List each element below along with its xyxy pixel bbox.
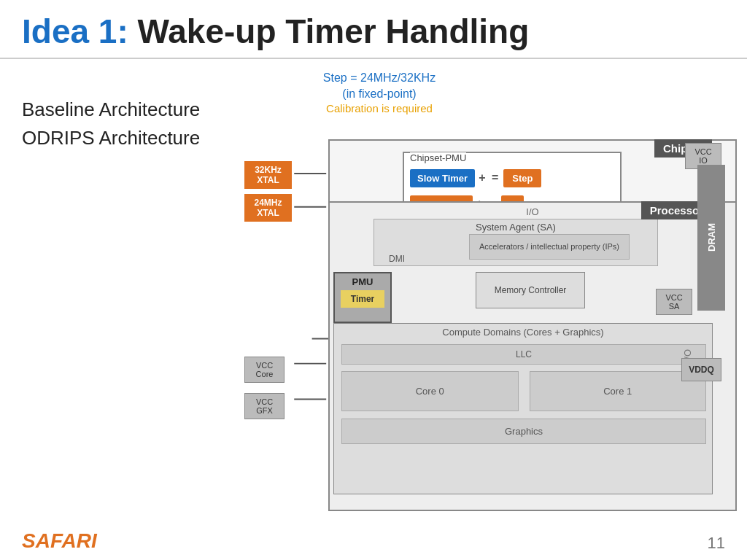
system-agent-label: System Agent (SA) [374, 219, 657, 233]
pmu-label: PMU [352, 276, 374, 287]
footer: SAFARI 11 [22, 529, 725, 553]
memory-controller-box: Memory Controller [476, 272, 585, 308]
core-0-box: Core 0 [341, 371, 519, 411]
dmi-label: DMI [389, 254, 405, 264]
title-rest: Wake-up Timer Handling [128, 12, 530, 50]
diagram-area: Step = 24MHz/32KHz (in fixed-point) Cali… [241, 66, 725, 518]
odrips-arch-label: ODRIPS Architecture [22, 124, 226, 152]
vcc-sa-box: VCCSA [656, 289, 692, 315]
header: Idea 1: Wake-up Timer Handling [0, 0, 747, 59]
timer-box: Timer [341, 290, 384, 308]
chipset-pmu-label: Chipset-PMU [410, 152, 466, 163]
pmu-box: PMU Timer [333, 272, 392, 323]
llc-box: LLC [341, 344, 706, 365]
compute-domains-label: Compute Domains (Cores + Graphics) [334, 324, 712, 338]
idea-label: Idea 1: [22, 12, 128, 50]
step-btn: Step [503, 169, 541, 187]
step-orange-text: Calibration is required [299, 102, 460, 114]
graphics-box: Graphics [341, 419, 706, 444]
left-text-block: Baseline Architecture ODRIPS Architectur… [22, 66, 226, 518]
slow-timer-btn: Slow Timer [410, 169, 475, 187]
xtal-32khz: 32KHzXTAL [244, 161, 292, 189]
safari-logo: SAFARI [22, 529, 97, 553]
cores-row: Core 0 Core 1 [341, 371, 706, 411]
vddq-box: VDDQ [681, 358, 721, 381]
baseline-arch-label: Baseline Architecture [22, 96, 226, 124]
io-vertical-label: I/O [680, 201, 694, 511]
slide-number: 11 [708, 534, 725, 553]
compute-domains-box: Compute Domains (Cores + Graphics) LLC C… [333, 323, 713, 494]
step-blue-text: Step = 24MHz/32KHz (in fixed-point) [299, 70, 460, 103]
xtal-24mhz: 24MHzXTAL [244, 194, 292, 222]
vcc-gfx-box: VCCGFX [244, 393, 285, 419]
accelerators-label: Accelerators / intellectual property (IP… [479, 242, 619, 252]
step-annotation: Step = 24MHz/32KHz (in fixed-point) Cali… [299, 70, 460, 115]
system-agent-box: System Agent (SA) Accelerators / intelle… [374, 219, 658, 266]
main-content: Baseline Architecture ODRIPS Architectur… [0, 59, 747, 518]
slow-math-symbols: + = [479, 171, 500, 184]
vcc-core-box: VCCCore [244, 357, 285, 383]
dram-box: DRAM [697, 165, 725, 311]
memory-controller-label: Memory Controller [495, 285, 567, 295]
slow-timer-row: Slow Timer + = Step [410, 169, 541, 187]
accelerators-box: Accelerators / intellectual property (IP… [469, 234, 630, 260]
processor-box: I/O System Agent (SA) Accelerators / int… [328, 201, 737, 511]
